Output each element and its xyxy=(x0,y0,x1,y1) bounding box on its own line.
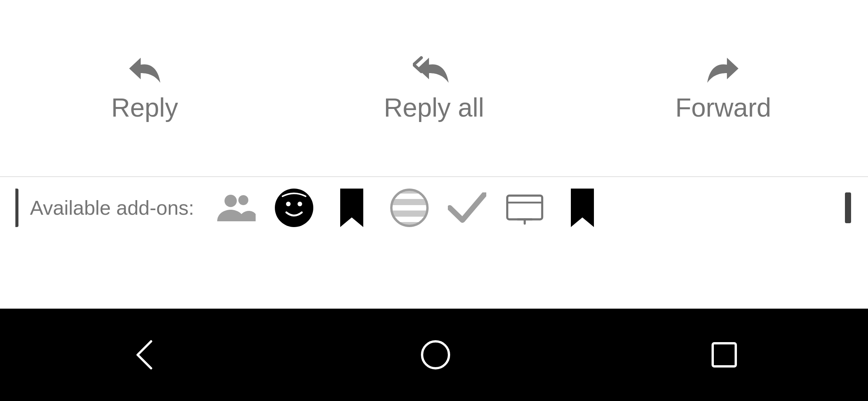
forward-label: Forward xyxy=(675,92,771,122)
reply-label: Reply xyxy=(111,92,178,122)
svg-rect-17 xyxy=(713,343,736,366)
right-scroll-indicator xyxy=(845,192,853,223)
svg-point-16 xyxy=(422,341,449,368)
home-button[interactable] xyxy=(420,339,451,370)
addons-bar: Available add-ons: xyxy=(0,177,868,239)
forward-button[interactable]: Forward xyxy=(579,46,868,130)
bookmark-addon-icon[interactable] xyxy=(333,189,371,227)
svg-point-0 xyxy=(224,195,237,207)
recents-button[interactable] xyxy=(710,341,738,369)
people-addon-icon[interactable] xyxy=(217,189,256,227)
check-addon-icon[interactable] xyxy=(448,189,486,227)
bookmark2-addon-icon[interactable] xyxy=(563,189,602,227)
left-scroll-indicator xyxy=(15,189,18,227)
back-button[interactable] xyxy=(130,339,161,370)
reply-all-icon xyxy=(413,54,455,85)
android-nav-bar xyxy=(0,309,868,401)
svg-rect-11 xyxy=(507,195,542,219)
reply-icon xyxy=(127,54,162,85)
svg-rect-15 xyxy=(845,192,851,223)
recents-icon xyxy=(710,341,738,369)
forward-icon xyxy=(706,54,740,85)
svg-point-2 xyxy=(275,189,313,227)
reply-button[interactable]: Reply xyxy=(0,46,289,130)
screen-addon-icon[interactable] xyxy=(506,189,544,227)
reply-all-button[interactable]: Reply all xyxy=(289,46,579,130)
home-icon xyxy=(420,339,451,370)
back-icon xyxy=(130,339,161,370)
svg-point-3 xyxy=(286,202,291,206)
reply-all-label: Reply all xyxy=(384,92,484,122)
addons-label: Available add-ons: xyxy=(30,196,194,219)
svg-point-4 xyxy=(298,202,302,206)
svg-point-1 xyxy=(238,195,248,205)
candy-addon-icon[interactable] xyxy=(390,189,429,227)
addon-icons-container xyxy=(217,189,602,227)
face-addon-icon[interactable] xyxy=(275,189,313,227)
